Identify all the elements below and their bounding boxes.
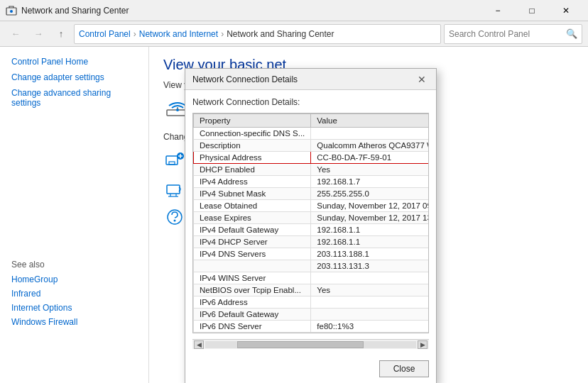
dialog-footer: Close (185, 356, 436, 383)
scroll-track (205, 341, 416, 348)
cell-value: 203.113.131.3 (311, 260, 429, 272)
table-row: IPv4 DHCP Server192.168.1.1 (194, 236, 430, 248)
cell-value: 192.168.1.1 (311, 236, 429, 248)
details-table: Property Value Connection-specific DNS S… (193, 113, 429, 333)
table-row: IPv6 Default Gateway (194, 309, 430, 321)
cell-property: IPv6 DNS Server (194, 321, 311, 333)
svg-point-1 (10, 10, 13, 13)
table-row: IPv4 Subnet Mask255.255.255.0 (194, 188, 430, 200)
cell-property: NetBIOS over Tcpip Enabl... (194, 284, 311, 296)
cell-property: Lease Expires (194, 212, 311, 224)
cell-property: IPv4 DHCP Server (194, 236, 311, 248)
cell-value: Qualcomm Atheros QCA9377 Wireless Netw (311, 140, 429, 152)
cell-property: IPv4 Subnet Mask (194, 188, 311, 200)
forward-button[interactable]: → (28, 24, 48, 44)
cell-property: Lease Obtained (194, 200, 311, 212)
col-property: Property (194, 114, 311, 128)
search-input[interactable] (449, 29, 566, 39)
table-row: NetBIOS over Tcpip Enabl...Yes (194, 284, 430, 296)
dialog-title: Network Connection Details (192, 74, 415, 84)
table-row: Physical AddressCC-B0-DA-7F-59-01 (194, 152, 430, 164)
table-row: Lease ObtainedSunday, November 12, 2017 … (194, 200, 430, 212)
table-row: IPv4 Address192.168.1.7 (194, 176, 430, 188)
back-button[interactable]: ← (6, 24, 26, 44)
table-scrollbar[interactable]: ◀ ▶ (192, 339, 429, 349)
cell-property: IPv4 Address (194, 176, 311, 188)
dialog-overlay: Network Connection Details ✕ Network Con… (149, 47, 588, 383)
search-box[interactable]: 🔍 (444, 24, 582, 44)
cell-value: 203.113.188.1 (311, 248, 429, 260)
table-row: Connection-specific DNS S... (194, 128, 430, 140)
sidebar: Control Panel Home Change adapter settin… (0, 47, 149, 383)
see-also-title: See also (11, 260, 137, 270)
content-area: View your basic net View your active net… (149, 47, 588, 383)
see-also-section: See also HomeGroup Infrared Internet Opt… (0, 252, 148, 332)
details-table-wrapper: Property Value Connection-specific DNS S… (192, 113, 429, 333)
sidebar-item-adapter[interactable]: Change adapter settings (0, 70, 148, 85)
search-icon: 🔍 (566, 28, 577, 39)
cell-value: 192.168.1.7 (311, 176, 429, 188)
breadcrumb-current: Network and Sharing Center (227, 29, 334, 39)
sidebar-item-advanced[interactable]: Change advanced sharing settings (0, 85, 148, 111)
cell-property: IPv4 Default Gateway (194, 224, 311, 236)
cell-value: fe80::1%3 (311, 321, 429, 333)
dialog-footer-close-button[interactable]: Close (379, 360, 429, 377)
cell-value (311, 272, 429, 284)
table-row: IPv4 DNS Servers203.113.188.1 (194, 248, 430, 260)
sidebar-item-internet[interactable]: Internet Options (11, 301, 137, 315)
nav-bar: ← → ↑ Control Panel › Network and Intern… (0, 21, 588, 47)
close-button[interactable]: ✕ (550, 0, 582, 21)
table-row: 203.113.131.3 (194, 260, 430, 272)
cell-value: 192.168.1.1 (311, 224, 429, 236)
cell-property: IPv4 WINS Server (194, 272, 311, 284)
cell-property (194, 260, 311, 272)
cell-value: 255.255.255.0 (311, 188, 429, 200)
cell-property: Description (194, 140, 311, 152)
table-row: DHCP EnabledYes (194, 164, 430, 176)
maximize-button[interactable]: □ (516, 0, 548, 21)
scroll-right-arrow[interactable]: ▶ (418, 340, 428, 349)
cell-value: Sunday, November 12, 2017 13:09:48 (311, 212, 429, 224)
breadcrumb-ni[interactable]: Network and Internet (139, 29, 218, 39)
table-row: IPv4 WINS Server (194, 272, 430, 284)
cell-value (311, 128, 429, 140)
scroll-left-arrow[interactable]: ◀ (194, 340, 204, 349)
cell-value (311, 309, 429, 321)
table-row: IPv6 DNS Serverfe80::1%3 (194, 321, 430, 333)
app-icon (6, 5, 17, 16)
cell-property: Physical Address (194, 152, 311, 164)
breadcrumb-sep-2: › (221, 29, 224, 39)
main-layout: Control Panel Home Change adapter settin… (0, 47, 588, 383)
table-row: IPv4 Default Gateway192.168.1.1 (194, 224, 430, 236)
cell-value: CC-B0-DA-7F-59-01 (311, 152, 429, 164)
breadcrumb-cp[interactable]: Control Panel (79, 29, 131, 39)
table-row: IPv6 Address (194, 296, 430, 309)
title-bar: Network and Sharing Center − □ ✕ (0, 0, 588, 21)
cell-property: Connection-specific DNS S... (194, 128, 311, 140)
dialog-content: Network Connection Details: Property Val… (185, 90, 436, 356)
sidebar-item-infrared[interactable]: Infrared (11, 287, 137, 301)
sidebar-item-firewall[interactable]: Windows Firewall (11, 315, 137, 329)
cell-property: DHCP Enabled (194, 164, 311, 176)
minimize-button[interactable]: − (481, 0, 514, 21)
cell-value (311, 296, 429, 309)
sidebar-item-homegroup[interactable]: HomeGroup (11, 272, 137, 287)
cell-value: Sunday, November 12, 2017 09:16:41 (311, 200, 429, 212)
sidebar-item-cp-home[interactable]: Control Panel Home (0, 54, 148, 70)
cell-value: Yes (311, 164, 429, 176)
window-controls: − □ ✕ (481, 0, 582, 21)
window-title: Network and Sharing Center (21, 6, 481, 16)
cell-property: IPv4 DNS Servers (194, 248, 311, 260)
breadcrumb: Control Panel › Network and Internet › N… (74, 24, 441, 44)
network-details-dialog: Network Connection Details ✕ Network Con… (185, 68, 437, 383)
up-button[interactable]: ↑ (51, 24, 71, 44)
table-row: Lease ExpiresSunday, November 12, 2017 1… (194, 212, 430, 224)
cell-property: IPv6 Default Gateway (194, 309, 311, 321)
col-value: Value (311, 114, 429, 128)
scroll-thumb[interactable] (237, 341, 364, 348)
cell-property: IPv6 Address (194, 296, 311, 309)
cell-value: Yes (311, 284, 429, 296)
dialog-titlebar: Network Connection Details ✕ (185, 69, 436, 90)
dialog-close-button[interactable]: ✕ (415, 72, 429, 87)
dialog-subtitle: Network Connection Details: (192, 97, 429, 107)
